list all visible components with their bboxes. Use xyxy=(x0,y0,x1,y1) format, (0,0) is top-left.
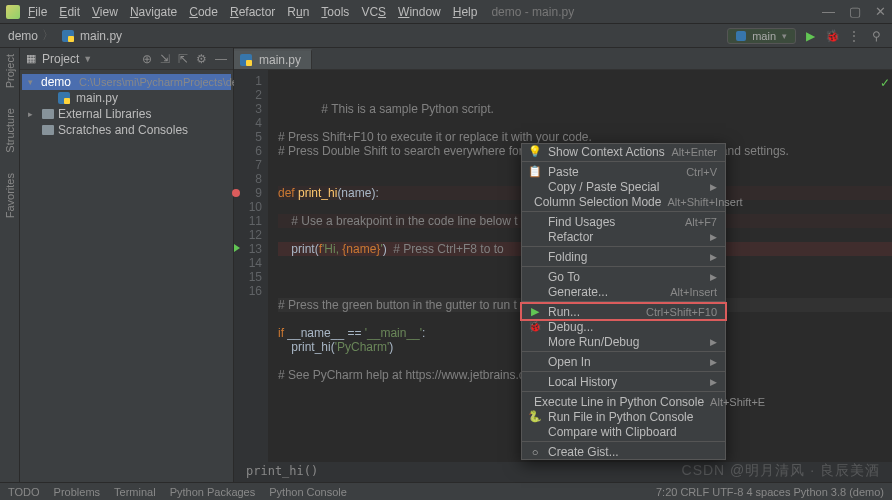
more-actions-icon[interactable]: ⋮ xyxy=(846,29,862,43)
breadcrumb-project[interactable]: demo xyxy=(8,29,38,43)
tree-item[interactable]: ▾demoC:\Users\mi\PycharmProjects\demo xyxy=(22,74,231,90)
project-panel-header[interactable]: ▦ Project ▼ ⊕ ⇲ ⇱ ⚙ — xyxy=(20,48,233,70)
main-menu[interactable]: FileEditViewNavigateCodeRefactorRunTools… xyxy=(28,5,477,19)
folder-icon xyxy=(42,109,54,119)
python-file-icon xyxy=(58,92,70,104)
collapse-icon[interactable]: ⇱ xyxy=(178,52,188,66)
editor-tab-main[interactable]: main.py xyxy=(234,49,312,69)
ctx-generate-[interactable]: Generate...Alt+Insert xyxy=(522,284,725,299)
debug-icon[interactable]: 🐞 xyxy=(824,29,840,43)
settings-icon[interactable]: ⚙ xyxy=(196,52,207,66)
status-tab[interactable]: Python Packages xyxy=(170,486,256,498)
menu-edit[interactable]: Edit xyxy=(59,5,80,19)
editor-gutter[interactable]: 12345678910111213141516 xyxy=(234,70,268,462)
breadcrumb-file[interactable]: main.py xyxy=(62,29,122,43)
ctx-execute-line-in-python-console[interactable]: Execute Line in Python ConsoleAlt+Shift+… xyxy=(522,394,725,409)
close-icon[interactable]: ✕ xyxy=(875,4,886,19)
menu-file[interactable]: File xyxy=(28,5,47,19)
status-tab[interactable]: Python Console xyxy=(269,486,347,498)
window-controls[interactable]: — ▢ ✕ xyxy=(822,4,886,19)
ctx-paste[interactable]: 📋PasteCtrl+V xyxy=(522,164,725,179)
folder-icon xyxy=(42,125,54,135)
project-panel: ▦ Project ▼ ⊕ ⇲ ⇱ ⚙ — ▾demoC:\Users\mi\P… xyxy=(20,48,234,482)
hide-panel-icon[interactable]: — xyxy=(215,52,227,66)
app-logo xyxy=(6,5,20,19)
tree-item[interactable]: Scratches and Consoles xyxy=(22,122,231,138)
ctx-debug-[interactable]: 🐞Debug... xyxy=(522,319,725,334)
search-icon[interactable]: ⚲ xyxy=(868,29,884,43)
status-right[interactable]: 7:20 CRLF UTF-8 4 spaces Python 3.8 (dem… xyxy=(656,486,884,498)
run-config-selector[interactable]: main xyxy=(727,28,796,44)
navigation-bar: demo 〉 main.py main ▶ 🐞 ⋮ ⚲ xyxy=(0,24,892,48)
menu-code[interactable]: Code xyxy=(189,5,218,19)
status-tab[interactable]: Terminal xyxy=(114,486,156,498)
menu-view[interactable]: View xyxy=(92,5,118,19)
ctx-show-context-actions[interactable]: 💡Show Context ActionsAlt+Enter xyxy=(522,144,725,159)
ctx-find-usages[interactable]: Find UsagesAlt+F7 xyxy=(522,214,725,229)
menu-refactor[interactable]: Refactor xyxy=(230,5,275,19)
run-icon[interactable]: ▶ xyxy=(802,29,818,43)
menu-help[interactable]: Help xyxy=(453,5,478,19)
ctx-create-gist-[interactable]: ○Create Gist... xyxy=(522,444,725,459)
tree-item[interactable]: ▸External Libraries xyxy=(22,106,231,122)
ctx-go-to[interactable]: Go To▶ xyxy=(522,269,725,284)
ctx-copy-paste-special[interactable]: Copy / Paste Special▶ xyxy=(522,179,725,194)
menu-vcs[interactable]: VCS xyxy=(361,5,386,19)
status-tab[interactable]: TODO xyxy=(8,486,40,498)
python-file-icon xyxy=(62,30,74,42)
menu-navigate[interactable]: Navigate xyxy=(130,5,177,19)
ctx-open-in[interactable]: Open In▶ xyxy=(522,354,725,369)
window-title: demo - main.py xyxy=(491,5,574,19)
analysis-ok-icon[interactable]: ✓ xyxy=(880,76,890,90)
rail-project[interactable]: Project xyxy=(4,54,16,88)
menu-window[interactable]: Window xyxy=(398,5,441,19)
ctx-compare-with-clipboard[interactable]: Compare with Clipboard xyxy=(522,424,725,439)
maximize-icon[interactable]: ▢ xyxy=(849,4,861,19)
titlebar: FileEditViewNavigateCodeRefactorRunTools… xyxy=(0,0,892,24)
ctx-local-history[interactable]: Local History▶ xyxy=(522,374,725,389)
context-menu[interactable]: 💡Show Context ActionsAlt+Enter📋PasteCtrl… xyxy=(521,143,726,460)
rail-favorites[interactable]: Favorites xyxy=(4,173,16,218)
folder-icon: ▦ xyxy=(26,52,36,65)
ctx-more-run-debug[interactable]: More Run/Debug▶ xyxy=(522,334,725,349)
project-tree[interactable]: ▾demoC:\Users\mi\PycharmProjects\demomai… xyxy=(20,70,233,142)
editor-tabs[interactable]: main.py xyxy=(234,48,892,70)
ctx-refactor[interactable]: Refactor▶ xyxy=(522,229,725,244)
ctx-column-selection-mode[interactable]: Column Selection ModeAlt+Shift+Insert xyxy=(522,194,725,209)
locate-icon[interactable]: ⊕ xyxy=(142,52,152,66)
ctx-run-file-in-python-console[interactable]: 🐍Run File in Python Console xyxy=(522,409,725,424)
ctx-folding[interactable]: Folding▶ xyxy=(522,249,725,264)
minimize-icon[interactable]: — xyxy=(822,4,835,19)
expand-icon[interactable]: ⇲ xyxy=(160,52,170,66)
left-tool-rail: ProjectStructureFavorites xyxy=(0,48,20,482)
ctx-run-[interactable]: ▶Run...Ctrl+Shift+F10 xyxy=(522,304,725,319)
rail-structure[interactable]: Structure xyxy=(4,108,16,153)
breadcrumb-function[interactable]: print_hi() xyxy=(234,462,892,482)
menu-run[interactable]: Run xyxy=(287,5,309,19)
status-tab[interactable]: Problems xyxy=(54,486,100,498)
python-file-icon xyxy=(240,54,252,66)
tree-item[interactable]: main.py xyxy=(22,90,231,106)
menu-tools[interactable]: Tools xyxy=(321,5,349,19)
status-bar: TODOProblemsTerminalPython PackagesPytho… xyxy=(0,482,892,500)
